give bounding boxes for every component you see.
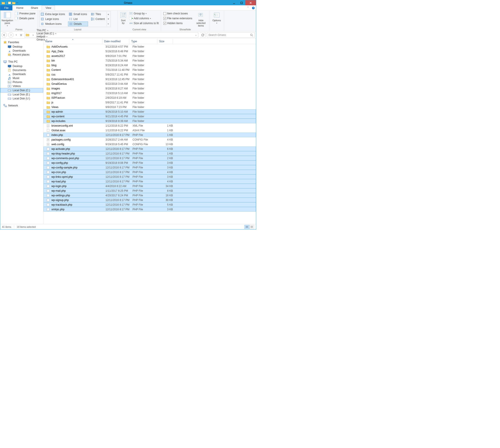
breadcrumb-item[interactable]: Local Disk (C:)▸ [35,32,58,35]
file-row[interactable]: blog9/19/2018 8:24 AMFile folder [43,63,256,67]
file-extensions-toggle[interactable]: ✓File name extensions [162,16,193,21]
thispc-group[interactable]: This PC [0,59,43,64]
nav-item[interactable]: Music [0,76,43,80]
file-row[interactable]: packages.config3/28/2017 2:44 AMCONFIG F… [43,137,256,142]
new-folder-icon[interactable] [12,1,16,5]
file-row[interactable]: wp-config.php9/19/2018 8:06 PMPHP File3 … [43,160,256,165]
item-checkboxes-toggle[interactable]: Item check boxes [162,11,193,16]
file-row[interactable]: wp-comments-post.php12/11/2016 8:17 PMPH… [43,156,256,160]
file-row[interactable]: Content7/31/2016 11:40 PMFile folder [43,67,256,72]
file-row[interactable]: Global.asax1/12/2016 6:22 PMASAX File1 K… [43,128,256,133]
file-row[interactable]: wp-includes9/19/2018 8:39 AMFile folder [43,119,256,123]
file-row[interactable]: web.config9/19/2018 5:45 PMCONFIG File13… [43,142,256,146]
file-row[interactable]: assets20179/9/2018 7:01 PMFile folder [43,54,256,58]
qat-dropdown-icon[interactable] [16,3,19,3]
file-row[interactable]: img20177/23/2018 5:13 AMFile folder [43,91,256,96]
properties-icon[interactable] [8,1,12,5]
breadcrumb-item[interactable]: This PC▸ [35,29,58,32]
layout-option[interactable]: Extra large icons [40,12,66,16]
collapse-ribbon-icon[interactable]: ˄ [245,5,251,10]
file-row[interactable]: wp-mail.php1/11/2017 8:25 PMPHP File8 KB [43,188,256,193]
nav-item[interactable]: Videos [0,84,43,88]
help-icon[interactable]: ? [251,5,256,10]
layout-option[interactable]: Small icons [68,12,88,16]
nav-item[interactable]: Pictures [0,80,43,84]
minimize-button[interactable] [230,0,238,5]
column-date[interactable]: Date modified [103,38,129,44]
file-row[interactable]: xmlrpc.php12/11/2016 8:17 PMPHP File3 KB [43,207,256,212]
layout-option[interactable]: Medium icons [40,21,66,26]
size-columns-button[interactable]: Size all columns to fit [128,21,160,26]
recent-locations-icon[interactable]: ▾ [15,34,17,36]
file-row[interactable]: wp-login.php4/4/2018 8:22 AMPHP File34 K… [43,184,256,188]
file-list[interactable]: AddOnAssets3/12/2018 4:57 PMFile folderA… [43,44,256,224]
file-row[interactable]: wp-signup.php12/11/2016 8:17 PMPHP File3… [43,198,256,202]
file-row[interactable]: css5/9/2017 11:41 PMFile folder [43,72,256,77]
column-name[interactable]: ▲Name [43,38,103,44]
layout-option[interactable]: Details [68,21,88,26]
column-type[interactable]: Type [129,38,157,44]
layout-option[interactable]: Tiles [90,12,106,16]
thumbnails-view-toggle[interactable] [249,225,254,229]
file-row[interactable]: wp-activate.php12/11/2016 8:17 PMPHP Fil… [43,146,256,151]
file-row[interactable]: wp-blog-header.php12/11/2016 8:17 PMPHP … [43,151,256,156]
navigation-pane-button[interactable]: Navigation pane ▾ [1,11,13,27]
details-pane-button[interactable]: Details pane [14,16,36,21]
file-row[interactable]: wp-settings.php4/20/2017 6:24 PMPHP File… [43,193,256,198]
file-row[interactable]: wp-links-opml.php12/11/2016 8:17 PMPHP F… [43,175,256,179]
search-icon[interactable] [250,33,253,36]
nav-item[interactable]: Desktop [0,45,43,49]
file-row[interactable]: index.php12/11/2016 8:17 PMPHP File1 KB [43,133,256,137]
network-group[interactable]: Network [0,103,43,108]
favorites-group[interactable]: Favorites [0,40,43,45]
layout-scroll-up-icon[interactable]: ▲ [107,12,110,16]
file-row[interactable]: ISPFavicon2/9/2018 6:19 AMFile folder [43,96,256,100]
hide-selected-button[interactable]: Hide selected items [194,11,208,27]
file-row[interactable]: wp-cron.php12/11/2016 8:17 PMPHP File4 K… [43,170,256,175]
file-row[interactable]: wp-trackback.php12/11/2016 8:17 PMPHP Fi… [43,202,256,207]
navigation-pane[interactable]: Favorites DesktopDownloadsRecent places … [0,38,43,224]
layout-option[interactable]: Large icons [40,16,66,21]
breadcrumb-item[interactable]: inetpub▸ [35,35,58,38]
search-box[interactable]: Search Gmass [207,32,255,38]
home-tab[interactable]: Home [12,5,27,10]
refresh-button[interactable] [200,32,206,38]
file-row[interactable]: ExtensionInbox4019/13/2018 12:45 PMFile … [43,77,256,81]
file-row[interactable]: js5/9/2017 11:41 PMFile folder [43,100,256,105]
nav-item[interactable]: Documents [0,68,43,72]
nav-item[interactable]: Recent places [0,53,43,57]
close-button[interactable] [245,0,256,5]
layout-option[interactable]: Content [90,16,106,21]
nav-item[interactable]: Downloads [0,49,43,53]
file-row[interactable]: images9/19/2018 8:27 AMFile folder [43,86,256,91]
file-row[interactable]: wp-content9/21/2018 4:45 PMFile folder [43,114,256,119]
nav-item[interactable]: Local Disk (C:) [0,88,43,93]
nav-item[interactable]: Local Disk (U:) [0,96,43,100]
view-tab[interactable]: View [42,5,55,11]
nav-item[interactable]: Downloads [0,72,43,76]
preview-pane-button[interactable]: Preview pane [14,11,36,16]
add-columns-button[interactable]: Add columns▾ [128,16,160,21]
layout-option[interactable]: List [68,16,88,21]
layout-scroll-down-icon[interactable]: ▼ [107,16,110,21]
share-tab[interactable]: Share [27,5,42,10]
sort-by-button[interactable]: Sort by [119,11,127,24]
file-row[interactable]: wp-config-sample.php12/11/2016 8:17 PMPH… [43,165,256,170]
column-size[interactable]: Size [157,38,173,44]
layout-more-icon[interactable]: ▾ [107,21,110,26]
file-row[interactable]: Views9/9/2018 7:23 PMFile folder [43,105,256,109]
up-button[interactable] [19,33,23,37]
file-row[interactable]: wp-admin9/26/2018 5:10 AMFile folder [43,109,256,114]
address-dropdown-icon[interactable]: ⌄ [195,34,197,36]
file-row[interactable]: wp-load.php12/11/2016 8:17 PMPHP File4 K… [43,179,256,184]
file-row[interactable]: GmailGenius6/22/2018 3:44 AMFile folder [43,81,256,86]
breadcrumb[interactable]: ▸ This PC▸Local Disk (C:)▸inetpub▸Gmass▸… [25,32,198,38]
nav-item[interactable]: Local Disk (E:) [0,93,43,96]
forward-button[interactable] [8,32,14,38]
maximize-button[interactable] [238,0,245,5]
file-tab[interactable]: File [0,5,12,10]
file-row[interactable]: bin7/25/2018 5:34 AMFile folder [43,58,256,63]
crumb-root[interactable]: ▸ [30,32,35,37]
file-row[interactable]: AddOnAssets3/12/2018 4:57 PMFile folder [43,44,256,49]
file-row[interactable]: App_Data5/16/2016 6:48 PMFile folder [43,49,256,54]
